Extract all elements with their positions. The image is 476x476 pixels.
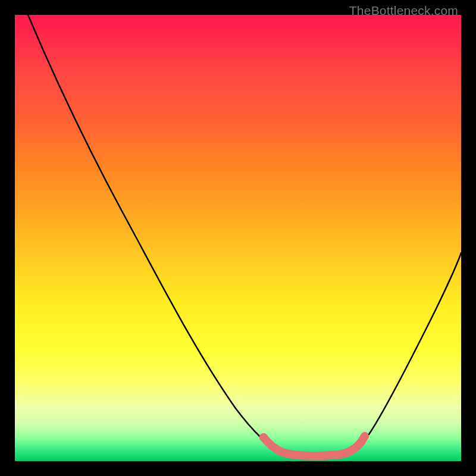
plot-area [15,15,461,461]
chart-container: TheBottleneck.com [0,0,476,476]
watermark-text: TheBottleneck.com [349,4,458,18]
optimal-range-overlay [264,436,365,456]
optimal-range-dot [259,433,268,441]
bottleneck-curve [28,15,461,456]
chart-svg [15,15,461,461]
